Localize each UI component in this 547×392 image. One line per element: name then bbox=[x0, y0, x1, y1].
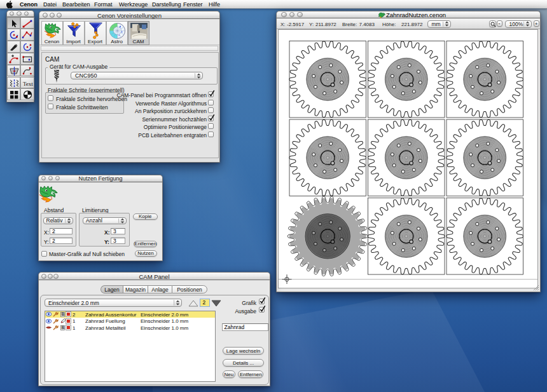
svg-text:B: B bbox=[61, 325, 64, 330]
svg-text:Text: Text bbox=[23, 80, 33, 86]
svg-text:B: B bbox=[61, 312, 64, 316]
